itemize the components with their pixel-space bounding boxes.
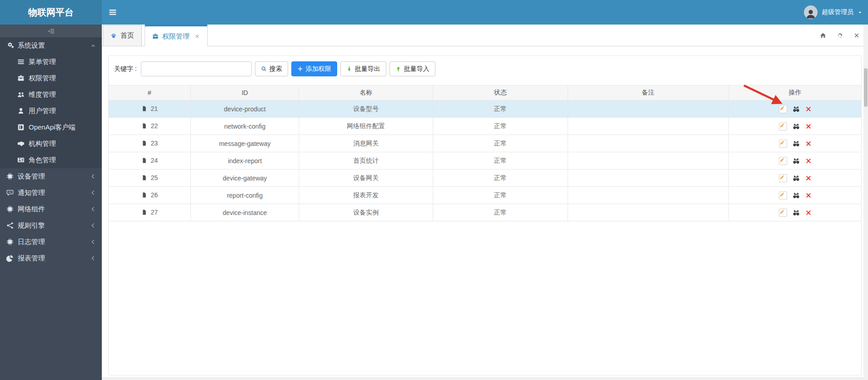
binoculars-icon (793, 105, 800, 113)
sidebar-item-role-management[interactable]: 角色管理 (0, 152, 102, 168)
chevron-left-icon (90, 223, 96, 228)
sidebar-item-label: 用户管理 (29, 107, 56, 115)
sidebar-item-org-management[interactable]: 机构管理 (0, 135, 102, 152)
edit-button[interactable] (779, 157, 787, 165)
tab-close-icon[interactable] (195, 34, 200, 39)
delete-button[interactable] (805, 140, 812, 147)
table-row[interactable]: 23message-gateway消息网关正常 (109, 135, 861, 152)
sidebar-item-rule-engine[interactable]: 规则引擎 (0, 217, 102, 234)
sidebar-item-notice-management[interactable]: 通知管理 (0, 185, 102, 201)
tab-home[interactable]: 首页 (103, 25, 142, 46)
edit-button[interactable] (779, 174, 787, 182)
home-icon[interactable] (820, 32, 826, 39)
sidebar-item-menu-management[interactable]: 菜单管理 (0, 54, 102, 70)
delete-button[interactable] (805, 192, 812, 199)
row-status-cell: 正常 (433, 118, 568, 135)
view-button[interactable] (793, 123, 800, 130)
view-button[interactable] (793, 175, 800, 182)
file-icon (141, 105, 147, 112)
user-menu[interactable]: 超级管理员 (804, 0, 863, 25)
view-button[interactable] (793, 105, 800, 113)
x-icon (805, 106, 812, 112)
search-icon (261, 66, 267, 72)
sidebar-item-log-management[interactable]: 日志管理 (0, 234, 102, 250)
edit-button[interactable] (779, 191, 787, 200)
toolbar: 关键字 : 搜索 添加权限 批量导出 批量导入 (109, 56, 861, 82)
tab-permission-management[interactable]: 权限管理 (145, 25, 208, 46)
row-actions-cell (729, 170, 861, 187)
sidebar-item-device-management[interactable]: 设备管理 (0, 168, 102, 185)
row-name-cell: 消息网关 (299, 135, 433, 152)
table-row[interactable]: 21device-product设备型号正常 (109, 100, 861, 118)
row-id-cell: device-gateway (191, 170, 299, 187)
keyword-input[interactable] (141, 61, 252, 76)
file-icon (141, 209, 147, 215)
chevron-left-icon (90, 206, 96, 212)
x-icon (805, 158, 812, 164)
edit-button[interactable] (779, 122, 787, 130)
sidebar-toggle-button[interactable] (109, 8, 117, 16)
column-header: 状态 (433, 85, 568, 100)
bars-icon (17, 58, 25, 65)
pencil-icon (779, 175, 787, 182)
table-row[interactable]: 27device-instance设备实例正常 (109, 204, 861, 221)
sidebar-item-label: 设备管理 (18, 172, 45, 181)
row-number-cell: 27 (109, 204, 191, 221)
edit-button[interactable] (779, 105, 787, 113)
file-icon (141, 157, 147, 164)
sidebar-item-label: 系统设置 (18, 41, 45, 50)
sidebar-item-permission-management[interactable]: 权限管理 (0, 70, 102, 86)
delete-button[interactable] (805, 158, 812, 164)
column-header: 名称 (299, 85, 433, 100)
table-row[interactable]: 25device-gateway设备网关正常 (109, 170, 861, 187)
delete-button[interactable] (805, 210, 812, 216)
view-button[interactable] (793, 192, 800, 199)
row-id-cell: index-report (191, 152, 299, 170)
row-name-cell: 网络组件配置 (299, 118, 433, 135)
sidebar-item-label: 机构管理 (29, 140, 56, 148)
batch-import-button[interactable]: 批量导入 (389, 61, 435, 76)
row-remark-cell (568, 187, 728, 204)
table-row[interactable]: 22network-config网络组件配置正常 (109, 118, 861, 135)
briefcase-icon (17, 75, 25, 82)
table-row[interactable]: 24index-report首页统计正常 (109, 152, 861, 170)
binoculars-icon (793, 123, 800, 130)
sidebar-item-openapi-client[interactable]: OpenApi客户端 (0, 119, 102, 135)
close-icon[interactable] (853, 32, 860, 39)
delete-button[interactable] (805, 175, 812, 181)
batch-export-button[interactable]: 批量导出 (340, 61, 386, 76)
row-number-cell: 21 (109, 100, 191, 118)
sidebar-item-dimension-management[interactable]: 维度管理 (0, 86, 102, 103)
main-area: 首页 权限管理 关键字 : 搜索 添加权限 批 (102, 25, 868, 380)
sidebar-collapse-row[interactable] (0, 25, 102, 37)
vertical-scrollbar-thumb[interactable] (864, 68, 868, 107)
row-name-cell: 设备实例 (299, 204, 433, 221)
edit-button[interactable] (779, 140, 787, 148)
view-button[interactable] (793, 157, 800, 165)
add-permission-button[interactable]: 添加权限 (291, 61, 337, 76)
binoculars-icon (793, 192, 800, 199)
delete-button[interactable] (805, 106, 812, 112)
sidebar-item-report-management[interactable]: 报表管理 (0, 250, 102, 266)
search-button[interactable]: 搜索 (255, 61, 288, 76)
brand-logo[interactable]: 物联网平台 (0, 0, 102, 25)
chevron-left-icon (90, 174, 96, 179)
file-icon (141, 123, 147, 129)
delete-button[interactable] (805, 123, 812, 130)
chevron-left-icon (90, 255, 96, 261)
sidebar-item-network-components[interactable]: 网络组件 (0, 201, 102, 217)
edit-button[interactable] (779, 209, 787, 217)
view-button[interactable] (793, 140, 800, 147)
refresh-icon[interactable] (837, 32, 843, 39)
sidebar-item-label: 规则引擎 (18, 221, 45, 230)
sidebar-item-user-management[interactable]: 用户管理 (0, 103, 102, 119)
sidebar-item-label: 通知管理 (18, 189, 45, 197)
table-row[interactable]: 26report-config报表开发正常 (109, 187, 861, 204)
sidebar-item-system-settings[interactable]: 系统设置 (0, 37, 102, 54)
file-icon (141, 140, 147, 146)
arrow-up-icon (395, 66, 401, 72)
horizontal-scrollbar-track[interactable] (102, 377, 863, 380)
vertical-scrollbar-track[interactable] (863, 25, 868, 380)
tab-label: 首页 (120, 31, 134, 40)
view-button[interactable] (793, 209, 800, 216)
